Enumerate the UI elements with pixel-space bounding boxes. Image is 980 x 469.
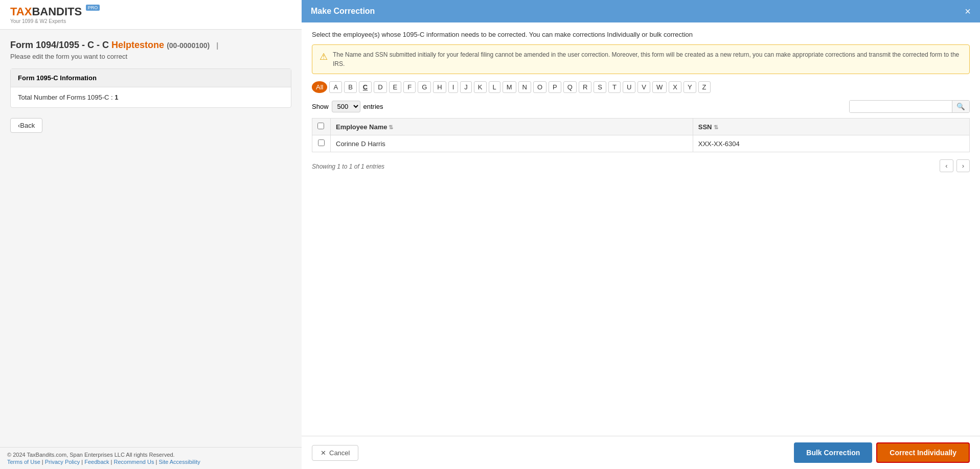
search-button[interactable]: 🔍 [952, 101, 969, 112]
footer-action-buttons: Bulk Correction Correct Individually [794, 442, 970, 463]
alpha-btn-j[interactable]: J [460, 81, 472, 93]
alpha-btn-y[interactable]: Y [683, 81, 696, 93]
total-label: Total Number of Forms 1095-C : [18, 93, 113, 101]
alpha-btn-b[interactable]: B [344, 81, 357, 93]
bulk-correction-button[interactable]: Bulk Correction [794, 442, 872, 463]
privacy-link[interactable]: Privacy Policy [45, 459, 80, 465]
alpha-btn-p[interactable]: P [549, 81, 561, 93]
warning-box: ⚠ The Name and SSN submitted initially f… [312, 44, 970, 74]
form-title: Form 1094/1095 - C [10, 40, 94, 50]
pro-badge: PRO [86, 5, 100, 11]
total-value: 1 [115, 93, 118, 101]
cancel-icon: ✕ [321, 449, 326, 457]
logo-text-tax: TAX [10, 5, 32, 18]
accessibility-link[interactable]: Site Accessibility [158, 459, 200, 465]
page-title: Form 1094/1095 - C - C Helptestone (00-0… [10, 40, 291, 51]
table-controls: Show 10 25 50 100 500 entries 🔍 [312, 100, 970, 113]
page-content: Form 1094/1095 - C - C Helptestone (00-0… [0, 30, 302, 143]
correct-individually-button[interactable]: Correct Individually [876, 442, 970, 463]
alpha-btn-g[interactable]: G [418, 81, 431, 93]
alpha-filter: All A B C D E F G H I J K L M N O P Q R … [312, 81, 970, 93]
footer-links: Terms of Use | Privacy Policy | Feedback… [7, 459, 294, 465]
company-id: (00-0000100) [167, 41, 210, 50]
alpha-btn-q[interactable]: Q [563, 81, 577, 93]
employee-name-cell: Corinne D Harris [331, 135, 693, 152]
page-footer: © 2024 TaxBandits.com, Span Enterprises … [0, 447, 302, 469]
total-row: Total Number of Forms 1095-C : 1 [18, 93, 284, 101]
alpha-btn-n[interactable]: N [518, 81, 531, 93]
modal-body: Select the employee(s) whose 1095-C info… [302, 22, 980, 436]
entries-select[interactable]: 10 25 50 100 500 [332, 101, 360, 112]
logo: TAXBANDITS PRO Your 1099 & W2 Experts [10, 5, 100, 24]
table-row: Corinne D Harris XXX-XX-6304 [312, 135, 970, 152]
alpha-btn-r[interactable]: R [579, 81, 591, 93]
warning-text: The Name and SSN submitted initially for… [333, 50, 962, 68]
alpha-btn-e[interactable]: E [389, 81, 402, 93]
select-all-header [312, 119, 331, 135]
terms-link[interactable]: Terms of Use [7, 459, 40, 465]
employees-table: Employee Name SSN Corinne D Harris XXX-X… [312, 118, 970, 152]
alpha-btn-all[interactable]: All [312, 81, 327, 93]
alpha-btn-z[interactable]: Z [698, 81, 711, 93]
alpha-btn-v[interactable]: V [637, 81, 650, 93]
alpha-btn-t[interactable]: T [608, 81, 621, 93]
row-checkbox-cell [312, 135, 331, 152]
back-button[interactable]: ‹ Back [10, 118, 42, 133]
search-box: 🔍 [849, 100, 970, 113]
copyright-text: © 2024 TaxBandits.com, Span Enterprises … [7, 452, 294, 458]
info-section: Form 1095-C Information Total Number of … [10, 68, 291, 108]
alpha-btn-c[interactable]: C [359, 81, 372, 93]
select-all-checkbox[interactable] [317, 123, 324, 129]
alpha-btn-m[interactable]: M [503, 81, 516, 93]
show-label: Show [312, 103, 329, 110]
show-entries: Show 10 25 50 100 500 entries [312, 101, 383, 112]
entries-label: entries [363, 103, 383, 110]
page-subtitle: Please edit the form you want to correct [10, 53, 291, 60]
warning-icon: ⚠ [320, 51, 328, 62]
alpha-btn-u[interactable]: U [623, 81, 635, 93]
logo-sub: Your 1099 & W2 Experts [10, 18, 100, 24]
ssn-cell: XXX-XX-6304 [693, 135, 969, 152]
page-header: TAXBANDITS PRO Your 1099 & W2 Experts [0, 0, 302, 30]
alpha-btn-h[interactable]: H [433, 81, 446, 93]
make-correction-modal: Make Correction × Select the employee(s)… [302, 0, 980, 469]
alpha-btn-d[interactable]: D [374, 81, 386, 93]
alpha-btn-x[interactable]: X [669, 81, 681, 93]
background-page: TAXBANDITS PRO Your 1099 & W2 Experts Fo… [0, 0, 302, 469]
pagination-info: Showing 1 to 1 of 1 entries [312, 163, 384, 170]
recommend-link[interactable]: Recommend Us [114, 459, 154, 465]
alpha-btn-w[interactable]: W [652, 81, 667, 93]
cancel-label: Cancel [329, 449, 350, 457]
feedback-link[interactable]: Feedback [84, 459, 109, 465]
cancel-button[interactable]: ✕ Cancel [312, 445, 358, 461]
alpha-btn-i[interactable]: I [448, 81, 459, 93]
ssn-header[interactable]: SSN [693, 119, 969, 135]
alpha-btn-o[interactable]: O [533, 81, 546, 93]
employee-name-header[interactable]: Employee Name [331, 119, 693, 135]
modal-title: Make Correction [311, 7, 375, 16]
logo-text-bandits: BANDITS [32, 5, 82, 18]
pagination-controls: ‹ › [940, 159, 970, 172]
alpha-btn-l[interactable]: L [489, 81, 500, 93]
alpha-btn-s[interactable]: S [594, 81, 606, 93]
modal-header: Make Correction × [302, 0, 980, 22]
modal-footer: ✕ Cancel Bulk Correction Correct Individ… [302, 436, 980, 469]
row-checkbox[interactable] [318, 139, 325, 146]
modal-close-button[interactable]: × [965, 6, 971, 16]
company-name: Helptestone [111, 40, 164, 50]
search-input[interactable] [850, 101, 952, 112]
modal-description: Select the employee(s) whose 1095-C info… [312, 31, 970, 38]
alpha-btn-a[interactable]: A [329, 81, 342, 93]
alpha-btn-f[interactable]: F [403, 81, 416, 93]
next-page-button[interactable]: › [956, 159, 970, 172]
prev-page-button[interactable]: ‹ [940, 159, 953, 172]
section-title: Form 1095-C Information [11, 69, 291, 87]
alpha-btn-k[interactable]: K [474, 81, 487, 93]
section-body: Total Number of Forms 1095-C : 1 [11, 87, 291, 107]
